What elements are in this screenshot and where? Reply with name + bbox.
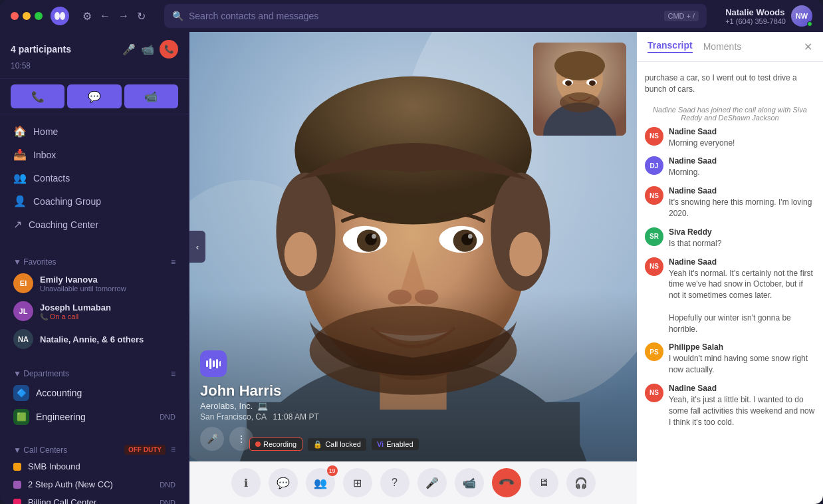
cc-billing[interactable]: Billing Call Center DND bbox=[0, 493, 189, 504]
contact-group-info: Natalie, Annie, & 6 others bbox=[40, 334, 176, 344]
contact-group[interactable]: NA Natalie, Annie, & 6 others bbox=[0, 325, 189, 353]
call-centers-menu-icon[interactable]: ≡ bbox=[171, 445, 176, 455]
msg-text-6: I wouldn't mind having some snow right n… bbox=[669, 353, 815, 376]
title-bar: ⚙ ← → ↻ 🔍 Search contacts and messages C… bbox=[0, 0, 823, 32]
mini-mute-button[interactable]: 🎤 bbox=[200, 427, 224, 451]
favorites-menu-icon[interactable]: ≡ bbox=[171, 257, 176, 267]
participants-button[interactable]: 👥 19 bbox=[306, 468, 335, 497]
off-duty-badge: OFF DUTY bbox=[124, 445, 166, 455]
sidebar-item-contacts[interactable]: 👥 Contacts bbox=[0, 166, 189, 189]
svg-point-25 bbox=[509, 232, 542, 277]
action-buttons: 📞 💬 📹 bbox=[0, 79, 189, 114]
video-action-button[interactable]: 📹 bbox=[124, 84, 178, 108]
search-icon: 🔍 bbox=[172, 11, 183, 21]
msg-text-5: Yeah it's normal. It's certainly not the… bbox=[669, 268, 815, 335]
msg-name-5: Nadine Saad bbox=[669, 257, 815, 267]
departments-menu-icon[interactable]: ≡ bbox=[171, 369, 176, 378]
transcript-intro: purchase a car, so I went out to test dr… bbox=[645, 70, 815, 100]
mute-icon: 🎤 bbox=[425, 477, 439, 489]
svg-rect-38 bbox=[216, 359, 218, 368]
contact-joseph[interactable]: JL Joseph Lumaban On a call bbox=[0, 297, 189, 325]
sidebar-item-coaching-group-label: Coaching Group bbox=[33, 196, 101, 207]
screen-share-icon: 🖥 bbox=[538, 477, 549, 489]
sidebar-item-coaching-group[interactable]: 👤 Coaching Group bbox=[0, 189, 189, 213]
contact-group-name: Natalie, Annie, & 6 others bbox=[40, 334, 176, 344]
msg-text-1: Morning everyone! bbox=[669, 138, 815, 149]
dept-accounting[interactable]: 🔷 Accounting bbox=[0, 381, 189, 405]
mute-button[interactable]: 🎤 bbox=[122, 43, 136, 56]
end-main-button[interactable]: 📞 bbox=[492, 468, 521, 497]
phone-action-button[interactable]: 📞 bbox=[11, 84, 64, 108]
search-bar[interactable]: 🔍 Search contacts and messages CMD + / bbox=[164, 4, 707, 28]
sidebar-item-inbox[interactable]: 📥 Inbox bbox=[0, 143, 189, 166]
main-layout: 4 participants 🎤 📹 📞 10:58 📞 💬 📹 � bbox=[0, 32, 823, 504]
info-button[interactable]: ℹ bbox=[231, 468, 261, 497]
msg-content-6: Philippe Salah I wouldn't mind having so… bbox=[669, 342, 815, 376]
caller-name: John Harris bbox=[200, 382, 319, 400]
msg-content-4: Siva Reddy Is that normal? bbox=[669, 227, 815, 249]
call-info: 4 participants 🎤 📹 📞 10:58 bbox=[0, 32, 189, 79]
lock-icon: 🔒 bbox=[313, 440, 322, 449]
cc-2step-badge: DND bbox=[160, 481, 176, 489]
departments-controls: ≡ bbox=[171, 369, 176, 378]
favorites-header: ▼ Favorites ≡ bbox=[0, 252, 189, 269]
transcript-header: Transcript Moments ✕ bbox=[637, 32, 823, 62]
contact-emily-name: Emily Ivanova bbox=[40, 275, 176, 285]
app-logo bbox=[51, 7, 69, 25]
video-main-button[interactable]: 📹 bbox=[455, 468, 484, 497]
call-status-badges: Recording 🔒 Call locked Vi Enabled bbox=[249, 438, 419, 451]
chat-button[interactable]: 💬 bbox=[269, 468, 298, 497]
call-centers-label: ▼ Call Centers bbox=[13, 445, 67, 455]
contact-emily[interactable]: EI Emily Ivanova Unavailable until tomor… bbox=[0, 269, 189, 297]
settings-icon[interactable]: ⚙ bbox=[82, 10, 92, 23]
mute-main-button[interactable]: 🎤 bbox=[417, 468, 447, 497]
close-button[interactable] bbox=[11, 12, 19, 20]
sidebar-item-coaching-center[interactable]: ↗ Coaching Center bbox=[0, 213, 189, 236]
msg-avatar-ns1: NS bbox=[645, 127, 663, 146]
tab-transcript[interactable]: Transcript bbox=[647, 40, 693, 53]
svg-point-32 bbox=[565, 80, 572, 86]
back-icon[interactable]: ← bbox=[100, 10, 110, 22]
message-2: DJ Nadine Saad Morning. bbox=[645, 156, 815, 178]
svg-point-33 bbox=[589, 80, 596, 86]
info-icon: ℹ bbox=[244, 477, 248, 489]
refresh-icon[interactable]: ↻ bbox=[137, 10, 146, 23]
chevron-left-button[interactable]: ‹ bbox=[189, 231, 205, 263]
sidebar-item-home[interactable]: 🏠 Home bbox=[0, 120, 189, 143]
screen-share-button[interactable]: 🖥 bbox=[529, 468, 558, 497]
accounting-icon: 🔷 bbox=[13, 385, 29, 401]
svg-rect-39 bbox=[219, 361, 221, 366]
accounting-name: Accounting bbox=[36, 388, 176, 398]
minimize-button[interactable] bbox=[23, 12, 31, 20]
contact-emily-info: Emily Ivanova Unavailable until tomorrow bbox=[40, 275, 176, 293]
headset-button[interactable]: 🎧 bbox=[566, 468, 596, 497]
call-mini-controls: 🎤 ⋮ bbox=[200, 427, 253, 451]
msg-content-5: Nadine Saad Yeah it's normal. It's certa… bbox=[669, 257, 815, 335]
msg-content-3: Nadine Saad It's snowing here this morni… bbox=[669, 186, 815, 219]
headset-icon: 🎧 bbox=[574, 477, 588, 489]
maximize-button[interactable] bbox=[35, 12, 43, 20]
msg-avatar-ps: PS bbox=[645, 342, 663, 361]
msg-content-1: Nadine Saad Morning everyone! bbox=[669, 127, 815, 149]
sidebar-item-inbox-label: Inbox bbox=[33, 150, 56, 160]
status-dot bbox=[807, 21, 812, 27]
end-call-button[interactable]: 📞 bbox=[160, 40, 178, 59]
dept-engineering[interactable]: 🟩 Engineering DND bbox=[0, 405, 189, 429]
sidebar-item-contacts-label: Contacts bbox=[33, 173, 70, 184]
message-action-button[interactable]: 💬 bbox=[67, 84, 121, 108]
video-button[interactable]: 📹 bbox=[141, 43, 154, 56]
help-button[interactable]: ? bbox=[380, 468, 410, 497]
svg-rect-37 bbox=[213, 360, 215, 367]
favorites-label: ▼ Favorites bbox=[13, 257, 57, 267]
svg-point-34 bbox=[560, 92, 600, 112]
contact-joseph-status: On a call bbox=[40, 313, 176, 320]
tab-moments[interactable]: Moments bbox=[703, 41, 742, 52]
msg-text-4: Is that normal? bbox=[669, 238, 815, 249]
close-transcript-button[interactable]: ✕ bbox=[804, 41, 812, 53]
forward-icon[interactable]: → bbox=[118, 10, 129, 22]
cc-smb[interactable]: SMB Inbound bbox=[0, 457, 189, 475]
message-4: SR Siva Reddy Is that normal? bbox=[645, 227, 815, 249]
add-call-button[interactable]: ⊞ bbox=[343, 468, 372, 497]
caller-info-overlay: John Harris Aerolabs, Inc. 💻 San Francis… bbox=[200, 350, 319, 422]
cc-2step[interactable]: 2 Step Auth (New CC) DND bbox=[0, 475, 189, 493]
